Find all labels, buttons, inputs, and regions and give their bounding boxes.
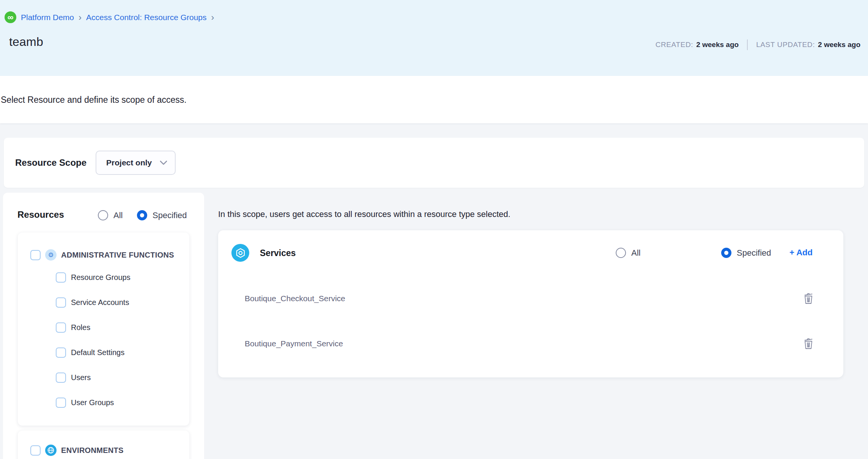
resource-type-checkbox[interactable] [56, 322, 66, 333]
trash-icon [803, 338, 814, 350]
resources-panel-header: Resources All Specified [3, 209, 204, 223]
resource-group-card-environments: ENVIRONMENTS [18, 431, 189, 459]
action-bar-message: Select Resource and define its scope of … [1, 95, 187, 105]
updated-value: 2 weeks ago [818, 41, 860, 49]
resource-type-row: Roles [18, 315, 189, 340]
services-radio-specified[interactable]: Specified [721, 248, 771, 258]
resource-type-label: Resource Groups [71, 273, 131, 282]
resource-type-row: Users [18, 365, 189, 390]
resource-type-checkbox[interactable] [56, 347, 66, 358]
administrative-functions-checkbox[interactable] [30, 250, 41, 260]
services-card-header: Services All Specified + Add [218, 230, 843, 276]
group-name: ADMINISTRATIVE FUNCTIONS [61, 251, 174, 259]
resources-radio-all[interactable]: All [98, 210, 123, 220]
chevron-right-icon: › [79, 13, 82, 22]
radio-all-label: All [631, 248, 640, 258]
resource-scope-dropdown[interactable]: Project only [96, 151, 176, 175]
service-row: Boutique_Payment_Service [218, 321, 843, 366]
chevron-down-icon [160, 160, 167, 165]
resource-type-checkbox[interactable] [56, 297, 66, 308]
environments-checkbox[interactable] [30, 445, 41, 456]
services-radio-all[interactable]: All [616, 248, 640, 258]
resource-scope-card: Resource Scope Project only [4, 138, 864, 188]
hexagon-icon [231, 244, 249, 262]
breadcrumb-link-platform-demo[interactable]: Platform Demo [21, 13, 74, 22]
radio-specified-label: Specified [153, 211, 187, 220]
resource-type-label: Default Settings [71, 348, 124, 357]
service-name: Boutique_Checkout_Service [245, 294, 345, 303]
resources-radio-specified[interactable]: Specified [137, 210, 187, 220]
radio-icon[interactable] [137, 210, 147, 220]
resource-group-card-administrative: ⚙ ADMINISTRATIVE FUNCTIONS Resource Grou… [18, 233, 189, 426]
service-row: Boutique_Checkout_Service [218, 276, 843, 321]
resources-panel: Resources All Specified ⚙ ADMINISTRATIVE… [3, 193, 204, 459]
created-meta: CREATED: 2 weeks ago [656, 41, 739, 49]
radio-icon[interactable] [98, 210, 108, 220]
add-service-button[interactable]: + Add [789, 248, 813, 258]
services-title: Services [260, 248, 296, 258]
created-label: CREATED: [656, 41, 693, 49]
resource-type-label: Users [71, 373, 91, 382]
resource-type-row: Service Accounts [18, 290, 189, 315]
breadcrumb: ∞ Platform Demo › Access Control: Resour… [5, 11, 214, 23]
resource-scope-selected-value: Project only [106, 158, 152, 167]
resource-type-row: Default Settings [18, 340, 189, 365]
record-meta: CREATED: 2 weeks ago LAST UPDATED: 2 wee… [656, 39, 860, 50]
page-title: teamb [9, 35, 43, 49]
radio-icon[interactable] [721, 248, 731, 258]
resource-type-checkbox[interactable] [56, 398, 66, 408]
updated-meta: LAST UPDATED: 2 weeks ago [756, 41, 860, 49]
group-row-administrative-functions: ⚙ ADMINISTRATIVE FUNCTIONS [18, 245, 189, 265]
meta-divider [747, 39, 748, 50]
group-row-environments: ENVIRONMENTS [18, 440, 189, 459]
chevron-right-icon: › [211, 13, 214, 22]
resource-type-row: User Groups [18, 390, 189, 415]
created-value: 2 weeks ago [696, 41, 739, 49]
service-name: Boutique_Payment_Service [245, 339, 343, 348]
action-bar: Select Resource and define its scope of … [0, 76, 868, 123]
resource-type-checkbox[interactable] [56, 373, 66, 383]
administrative-children-list: Resource Groups Service Accounts Roles D… [18, 265, 189, 415]
resource-type-row: Resource Groups [18, 265, 189, 290]
services-list: Boutique_Checkout_Service [218, 276, 843, 366]
delete-service-button[interactable] [803, 292, 814, 305]
resource-type-checkbox[interactable] [56, 272, 66, 283]
radio-all-label: All [113, 211, 123, 220]
resource-type-label: User Groups [71, 398, 114, 407]
infinity-icon: ∞ [5, 11, 16, 23]
page-header: ∞ Platform Demo › Access Control: Resour… [0, 0, 868, 76]
resource-type-label: Service Accounts [71, 298, 129, 307]
resources-title: Resources [17, 209, 64, 220]
updated-label: LAST UPDATED: [756, 41, 815, 49]
scope-description: In this scope, users get access to all r… [218, 209, 510, 219]
radio-icon[interactable] [616, 248, 626, 258]
globe-icon [45, 445, 57, 456]
services-card: Services All Specified + Add Boutique_Ch… [218, 230, 843, 377]
gear-icon: ⚙ [45, 249, 57, 261]
breadcrumb-link-resource-groups[interactable]: Access Control: Resource Groups [86, 13, 206, 22]
resource-scope-label: Resource Scope [15, 157, 86, 168]
radio-specified-label: Specified [737, 248, 771, 258]
delete-service-button[interactable] [803, 338, 814, 350]
group-name: ENVIRONMENTS [61, 446, 124, 455]
trash-icon [803, 292, 814, 305]
resource-type-label: Roles [71, 323, 90, 332]
